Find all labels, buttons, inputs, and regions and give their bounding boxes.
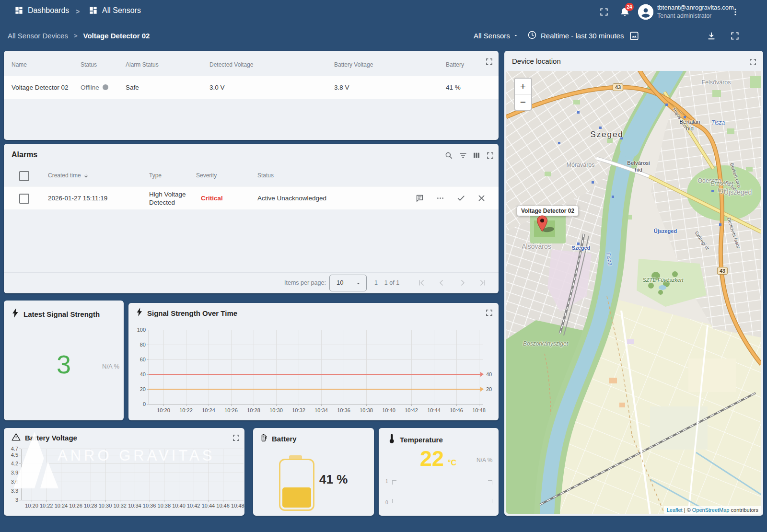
map-label: Hajós utca	[671, 107, 688, 129]
battery-voltage-card: Battery Voltage 33.33.63.94.24.54.710:20…	[4, 428, 244, 516]
grid-h	[21, 500, 244, 500]
alarms-select-all-checkbox[interactable]	[19, 171, 29, 181]
col-detected-voltage: Detected Voltage	[209, 61, 253, 68]
battery-charging-icon	[261, 434, 268, 444]
navbar-fullscreen-icon[interactable]	[598, 6, 610, 18]
tick-lbl: 10:28	[245, 407, 262, 413]
alarm-activity-icon[interactable]	[414, 192, 425, 204]
map-label: Felsőváros	[701, 79, 731, 86]
alarms-columns-icon[interactable]	[471, 150, 482, 161]
tick-lbl: 10:38	[358, 407, 375, 413]
battery-gauge-title: Battery	[272, 435, 297, 443]
map-canvas[interactable]: Felsőváros43Hajós utcaBertalan hídTiszaS…	[506, 71, 761, 514]
download-icon[interactable]	[706, 30, 717, 42]
device-marker-pin[interactable]	[535, 215, 556, 234]
temperature-card: Temperature 22 °C N/A % 1 0	[379, 428, 499, 516]
entity-state-select[interactable]: All Sensors	[474, 32, 519, 40]
signal-chart-card: Signal Strength Over Time 02040608010010…	[128, 303, 499, 420]
nav-all-sensors[interactable]: All Sensors	[89, 6, 141, 15]
grid-v	[434, 330, 434, 404]
grid-v	[223, 500, 223, 502]
device-battery: 41 %	[446, 84, 461, 91]
alarms-search-icon[interactable]	[443, 150, 454, 161]
tick-lbl: 3.3	[4, 488, 18, 494]
grid-h	[21, 473, 244, 473]
latest-signal-title: Latest Signal Strength	[23, 310, 100, 318]
map-fullscreen-icon[interactable]	[747, 56, 758, 68]
last-page-icon[interactable]	[477, 277, 488, 289]
alarm-more-icon[interactable]	[434, 192, 446, 204]
notification-badge: 24	[625, 3, 634, 11]
grid-h	[147, 330, 149, 330]
dashboard-image-icon[interactable]	[628, 30, 640, 42]
page-size-select[interactable]: 10	[329, 275, 367, 291]
col-status: Status	[81, 61, 97, 68]
map-label: Derkovits fasor	[726, 217, 741, 249]
grid-v	[150, 449, 150, 500]
tick-lbl: 10:26	[222, 407, 240, 413]
grid-v	[135, 449, 135, 500]
user-avatar[interactable]	[638, 4, 653, 20]
prev-page-icon[interactable]	[436, 277, 447, 289]
marker-tooltip: Voltage Detector 02	[517, 206, 579, 216]
device-detected-voltage: 3.0 V	[209, 84, 225, 91]
grid-v	[411, 404, 412, 406]
alarm-row[interactable]: 2026-01-27 15:11:19 High Voltage Detecte…	[4, 186, 499, 209]
grid-h	[147, 359, 149, 360]
series-arrow	[480, 387, 484, 392]
map-label: Újszeged	[654, 228, 677, 234]
user-info: tbtenant@anrogravitas.com Tenant adminis…	[657, 3, 734, 20]
notification-bell[interactable]: 24	[619, 6, 632, 18]
map-label: 43	[717, 267, 728, 275]
grid-v	[209, 330, 209, 404]
dashboard-grid-icon	[89, 6, 98, 15]
grid-v	[208, 449, 209, 500]
grid-v	[105, 500, 106, 502]
alarm-ack-icon[interactable]	[455, 192, 466, 204]
grid-h	[19, 482, 21, 482]
toolbar-fullscreen-icon[interactable]	[729, 30, 741, 42]
grid-v	[276, 404, 277, 406]
map-label: Szeged	[572, 245, 591, 251]
next-page-icon[interactable]	[457, 277, 468, 289]
battery-percent: 41 %	[319, 472, 348, 487]
breadcrumb-parent[interactable]: All Sensor Devices	[8, 32, 68, 40]
zoom-in-button[interactable]: +	[515, 79, 531, 94]
tick-lbl: 10:24	[200, 407, 217, 413]
alarm-clear-icon[interactable]	[476, 192, 487, 204]
alarm-status: Active Unacknowledged	[257, 195, 326, 202]
grid-h	[21, 491, 244, 491]
grid-v	[321, 330, 322, 404]
grid-v	[186, 404, 186, 406]
status-offline-dot	[103, 84, 108, 90]
alarm-row-checkbox[interactable]	[19, 194, 29, 204]
grid-h	[149, 330, 483, 330]
osm-link[interactable]: OpenStreetMap	[692, 507, 730, 513]
tick-lbl: 10:46	[448, 407, 465, 413]
grid-v	[208, 500, 209, 502]
tick-lbl: 10:34	[313, 407, 330, 413]
grid-v	[120, 449, 120, 500]
leaflet-link[interactable]: Leaflet	[667, 507, 683, 513]
grid-h	[21, 482, 244, 482]
grid-v	[32, 449, 32, 500]
alarms-fullscreen-icon[interactable]	[484, 150, 496, 161]
timewindow-button[interactable]: Realtime - last 30 minutes	[527, 30, 624, 41]
grid-v	[344, 330, 344, 404]
grid-v	[46, 449, 47, 500]
device-table-fullscreen-icon[interactable]	[483, 56, 495, 67]
navbar-more-menu-icon[interactable]	[730, 6, 741, 18]
temperature-title: Temperature	[400, 436, 443, 444]
alarm-type: High Voltage Detected	[149, 190, 190, 207]
device-row[interactable]: Voltage Detector 02 Offline Safe 3.0 V 3…	[4, 76, 499, 99]
zoom-out-button[interactable]: −	[515, 94, 531, 110]
first-page-icon[interactable]	[416, 277, 427, 289]
series-arrow	[480, 372, 484, 377]
tick-lbl: 10:48	[470, 407, 488, 413]
alarms-filter-icon[interactable]	[457, 150, 469, 161]
chevron-down-icon	[513, 32, 519, 40]
temperature-value: 22	[420, 446, 444, 471]
tick-lbl: 4.7	[4, 446, 18, 451]
sort-desc-icon[interactable]	[83, 173, 89, 179]
nav-dashboards[interactable]: Dashboards	[14, 6, 69, 15]
